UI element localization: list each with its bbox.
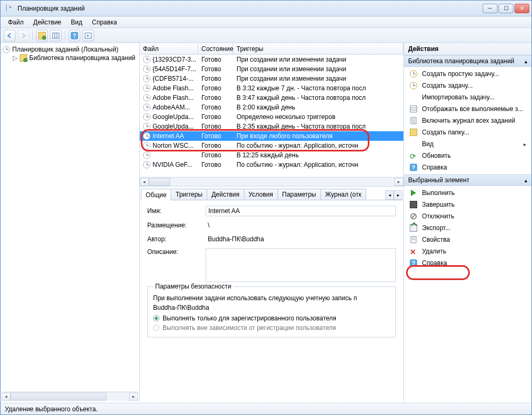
table-row[interactable]: {CDFB5714-...ГотовоПри создании или изме…	[140, 74, 403, 83]
menu-action[interactable]: Действие	[29, 18, 66, 27]
tab-conditions[interactable]: Условия	[244, 189, 278, 200]
cell-file: GoogleUpda...	[153, 123, 193, 130]
actions-selected-items: ВыполнитьЗавершитьОтключитьЭкспорт...Сво…	[404, 186, 531, 270]
cell-trigger: В 12:25 каждый день	[233, 151, 403, 159]
help-button[interactable]: ?	[69, 30, 80, 41]
table-row[interactable]: GoogleUpda...ГотовоВ 2:35 каждый день - …	[140, 122, 403, 131]
cell-file: {54A5D14F-7...	[153, 65, 196, 73]
show-hide-tree-button[interactable]	[36, 30, 48, 41]
refresh-icon: ⟳	[409, 151, 418, 160]
tab-general[interactable]: Общие	[141, 189, 171, 200]
col-state[interactable]: Состояние	[198, 43, 233, 54]
section-label: Выбранный элемент	[408, 176, 469, 184]
table-row[interactable]: Adobe Flash...ГотовоВ 3:47 каждый день -…	[140, 93, 403, 103]
action-item[interactable]: Импортировать задачу...	[404, 91, 531, 103]
tab-scroll-right[interactable]: ▸	[394, 190, 402, 200]
cell-trigger: В 3:32 каждые 7 дн. - Частота повтора по…	[233, 84, 403, 92]
col-triggers[interactable]: Триггеры	[233, 43, 403, 54]
svg-rect-0	[53, 33, 59, 38]
table-row[interactable]: Norton WSC...ГотовоПо событию - журнал: …	[140, 141, 403, 150]
action-item[interactable]: Выполнить	[404, 187, 531, 199]
minimize-button[interactable]: ─	[483, 4, 497, 13]
radio-any-user[interactable]: Выполнять вне зависимости от регистрации…	[153, 324, 390, 332]
clock-icon	[143, 65, 150, 73]
radio-icon	[153, 325, 159, 331]
nav-forward-button[interactable]	[18, 30, 29, 41]
action-item[interactable]: ✕Удалить	[404, 245, 531, 257]
clock-icon	[143, 142, 150, 149]
action-label: Создать папку...	[422, 129, 469, 136]
action-item[interactable]: Отключить	[404, 210, 531, 222]
cell-file: Norton WSC...	[153, 142, 193, 149]
folder-icon	[20, 54, 27, 62]
table-row[interactable]: Adobe Flash...ГотовоВ 3:32 каждые 7 дн. …	[140, 83, 403, 93]
name-label: Имя:	[147, 207, 206, 215]
tab-nav: ◂ ▸	[385, 190, 402, 200]
action-label: Отображать все выполняемые з...	[422, 105, 523, 113]
action-item[interactable]: Включить журнал всех заданий	[404, 115, 531, 126]
action-item[interactable]: Создать простую задачу...	[404, 68, 531, 80]
cell-trigger: Определено несколько триггеров	[233, 113, 403, 121]
tab-history[interactable]: Журнал (отк	[320, 189, 366, 200]
table-row[interactable]: NVIDIA GeF...ГотовоПо событию - журнал: …	[140, 160, 403, 170]
menu-view[interactable]: Вид	[66, 18, 87, 27]
action-item[interactable]: ?Справка	[404, 257, 531, 269]
tab-triggers[interactable]: Триггеры	[171, 189, 207, 200]
collapse-icon: ▴	[525, 58, 527, 64]
action-item[interactable]: Создать задачу...	[404, 80, 531, 91]
maximize-button[interactable]: ☐	[499, 4, 513, 13]
cell-trigger: В 3:47 каждый день - Частота повтора пос…	[233, 94, 403, 101]
table-row[interactable]: {13293CD7-3...ГотовоПри создании или изм…	[140, 55, 403, 64]
close-button[interactable]: ✕	[514, 4, 529, 13]
export-icon	[409, 224, 418, 232]
expand-icon[interactable]: ▷	[12, 54, 18, 62]
tab-settings[interactable]: Параметры	[277, 189, 321, 200]
nav-back-button[interactable]	[4, 30, 15, 41]
action-item[interactable]: Отображать все выполняемые з...	[404, 103, 531, 115]
action-item[interactable]: Вид▸	[404, 138, 531, 150]
radio-label: Выполнять вне зависимости от регистрации…	[163, 324, 336, 332]
disable-icon	[409, 212, 418, 221]
action-item[interactable]: ?Справка	[404, 162, 531, 173]
action-item[interactable]: Завершить	[404, 199, 531, 210]
table-row[interactable]: {54A5D14F-7...ГотовоПри создании или изм…	[140, 64, 403, 74]
title-bar: Планировщик заданий ─ ☐ ✕	[1, 1, 531, 16]
tree-hscroll[interactable]: ◂▸	[2, 392, 138, 401]
actions-section-selected[interactable]: Выбранный элемент ▴	[404, 174, 531, 186]
menu-help[interactable]: Справка	[88, 18, 121, 27]
tree-root[interactable]: Планировщик заданий (Локальный)	[2, 45, 138, 54]
help-icon: ?	[409, 163, 418, 172]
action-item[interactable]: ⟳Обновить	[404, 150, 531, 162]
action-label: Удалить	[422, 248, 446, 255]
cell-file: NVIDIA GeF...	[153, 161, 192, 168]
menu-bar: Файл Действие Вид Справка	[1, 16, 531, 28]
preview-button[interactable]	[82, 30, 94, 41]
radio-logged-user[interactable]: Выполнять только для зарегистрированного…	[153, 315, 390, 322]
action-item[interactable]: Создать папку...	[404, 126, 531, 138]
tab-actions[interactable]: Действия	[207, 189, 244, 200]
columns-button[interactable]	[50, 30, 62, 41]
cell-state: Готово	[198, 113, 233, 121]
action-label: Справка	[422, 164, 447, 171]
table-row[interactable]: Internet AAГотовоПри входе любого пользо…	[140, 131, 403, 141]
clock-icon	[143, 104, 150, 111]
col-file[interactable]: Файл	[140, 43, 198, 54]
tree-library[interactable]: ▷ Библиотека планировщика заданий	[2, 54, 138, 62]
play-icon	[409, 189, 418, 197]
tasklist-hscroll[interactable]: ◂▸	[140, 177, 403, 186]
menu-file[interactable]: Файл	[4, 18, 28, 27]
action-item[interactable]: Экспорт...	[404, 222, 531, 234]
clock-icon	[143, 132, 150, 140]
actions-section-library[interactable]: Библиотека планировщика заданий ▴	[404, 55, 531, 67]
cell-state: Готово	[198, 142, 233, 149]
tab-scroll-left[interactable]: ◂	[385, 190, 394, 200]
status-text: Удаление выбранного объекта.	[5, 405, 98, 413]
table-row[interactable]: AdobeAAM...ГотовоВ 2:00 каждый день	[140, 103, 403, 112]
action-item[interactable]: Свойства	[404, 234, 531, 245]
tree-library-label: Библиотека планировщика заданий	[29, 54, 136, 62]
folder-icon	[409, 128, 418, 137]
table-row[interactable]: ГотовоВ 12:25 каждый день	[140, 150, 403, 160]
cell-trigger: При создании или изменении задачи	[233, 65, 403, 73]
table-row[interactable]: GoogleUpda...ГотовоОпределено несколько …	[140, 112, 403, 122]
task-list-body[interactable]: {13293CD7-3...ГотовоПри создании или изм…	[140, 55, 403, 177]
